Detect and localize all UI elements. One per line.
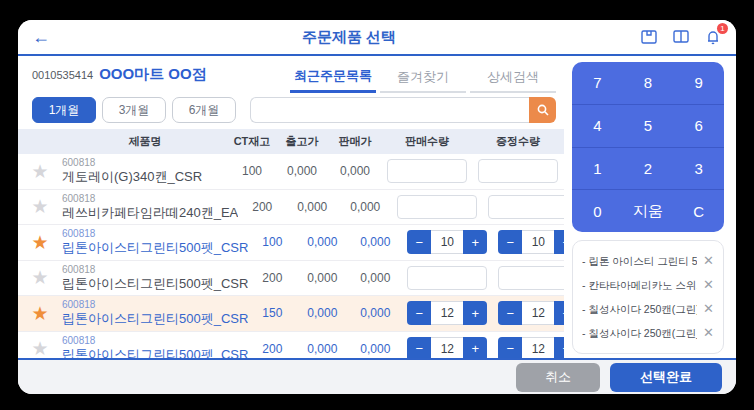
store-name: OOO마트 OO점 bbox=[99, 65, 207, 84]
product-panel: 0010535414 OOO마트 OO점 최근주문목록즐겨찾기상세검색 1개월3… bbox=[18, 56, 564, 358]
gift-qty-value: 12 bbox=[522, 301, 554, 325]
gift-qty-input[interactable] bbox=[478, 159, 558, 183]
product-code: 600818 bbox=[62, 264, 248, 276]
minus-button[interactable]: − bbox=[407, 230, 431, 254]
gift-qty-input[interactable] bbox=[488, 195, 564, 219]
star-outline-icon[interactable]: ★ bbox=[18, 197, 62, 216]
out-price: 0,000 bbox=[296, 306, 348, 320]
package-icon[interactable] bbox=[640, 28, 658, 46]
plus-button[interactable]: + bbox=[554, 337, 564, 358]
product-name: 게토레이(G)340캔_CSR bbox=[62, 169, 228, 185]
star-outline-icon[interactable]: ★ bbox=[18, 339, 62, 358]
keypad-key-8[interactable]: 8 bbox=[623, 62, 674, 104]
page-title: 주문제품 선택 bbox=[72, 28, 626, 47]
keypad-key-7[interactable]: 7 bbox=[572, 62, 623, 104]
keypad-key-6[interactable]: 6 bbox=[673, 105, 724, 147]
keypad-key-C[interactable]: C bbox=[673, 190, 724, 232]
filter-chip-2[interactable]: 6개월 bbox=[172, 97, 236, 123]
col-product-name: 제품명 bbox=[62, 134, 228, 149]
table-row[interactable]: ★ 600818 립톤아이스티그린티500펫_CSR 200 0,000 0,0… bbox=[18, 261, 564, 297]
keypad-key-2[interactable]: 2 bbox=[623, 148, 674, 190]
star-filled-icon[interactable]: ★ bbox=[18, 233, 62, 252]
side-panel: 7894561230지움C - 립톤 아이스티 그린티 500펫_C5R ✕- … bbox=[564, 56, 736, 358]
minus-button[interactable]: − bbox=[407, 301, 431, 325]
minus-button[interactable]: − bbox=[498, 301, 522, 325]
product-name: 립톤아이스티그린티500펫_CSR bbox=[62, 347, 248, 358]
minus-button[interactable]: − bbox=[498, 230, 522, 254]
gift-qty-value: 10 bbox=[522, 230, 554, 254]
star-outline-icon[interactable]: ★ bbox=[18, 268, 62, 287]
tab-0[interactable]: 최근주문목록 bbox=[290, 59, 376, 93]
table-body: ★ 600818 게토레이(G)340캔_CSR 100 0,000 0,000… bbox=[18, 154, 564, 358]
period-filters: 1개월3개월6개월 bbox=[18, 95, 564, 125]
header: ← 주문제품 선택 1 bbox=[18, 20, 736, 56]
minus-button[interactable]: − bbox=[407, 337, 431, 358]
product-code: 600818 bbox=[62, 228, 248, 240]
sale-price: 0,000 bbox=[338, 200, 392, 214]
out-price: 0,000 bbox=[296, 271, 348, 285]
sale-qty-stepper: − 12 + bbox=[407, 301, 487, 325]
tab-1[interactable]: 즐겨찾기 bbox=[380, 60, 466, 93]
confirm-button[interactable]: 선택완료 bbox=[610, 363, 722, 392]
plus-button[interactable]: + bbox=[463, 230, 487, 254]
close-icon[interactable]: ✕ bbox=[703, 253, 714, 269]
filter-chip-0[interactable]: 1개월 bbox=[32, 97, 96, 123]
selected-items-list: - 립톤 아이스티 그린티 500펫_C5R ✕- 칸타타아메리카노 스위트 1… bbox=[572, 240, 724, 354]
cancel-button[interactable]: 취소 bbox=[516, 363, 600, 392]
gift-qty-stepper: − 12 + bbox=[498, 301, 564, 325]
col-sale-price: 판매가 bbox=[328, 134, 382, 149]
sale-qty-input[interactable] bbox=[397, 195, 477, 219]
close-icon[interactable]: ✕ bbox=[703, 277, 714, 293]
search-input[interactable] bbox=[250, 97, 529, 123]
back-button[interactable]: ← bbox=[32, 27, 72, 48]
keypad-key-5[interactable]: 5 bbox=[623, 105, 674, 147]
table-row[interactable]: ★ 600818 립톤아이스티그린티500펫_CSR 150 0,000 0,0… bbox=[18, 296, 564, 332]
keypad-key-4[interactable]: 4 bbox=[572, 105, 623, 147]
keypad-key-1[interactable]: 1 bbox=[572, 148, 623, 190]
sale-qty-stepper: − 10 + bbox=[407, 230, 487, 254]
gift-qty-input[interactable] bbox=[498, 266, 564, 290]
selected-item: - 칠성사이다 250캔(그린)_CSR ✕ bbox=[582, 301, 714, 317]
star-filled-icon[interactable]: ★ bbox=[18, 304, 62, 323]
bell-icon[interactable]: 1 bbox=[704, 28, 722, 46]
minus-button[interactable]: − bbox=[498, 337, 522, 358]
plus-button[interactable]: + bbox=[554, 230, 564, 254]
selected-item: - 칠성사이다 250캔(그린__EA ✕ bbox=[582, 325, 714, 341]
sale-price: 0,000 bbox=[348, 306, 402, 320]
star-outline-icon[interactable]: ★ bbox=[18, 162, 62, 181]
selected-item-label: - 칠성사이다 250캔(그린__EA bbox=[582, 327, 697, 340]
table-row[interactable]: ★ 600818 립톤아이스티그린티500펫_CSR 100 0,000 0,0… bbox=[18, 225, 564, 261]
table-row[interactable]: ★ 600818 레쓰비카페타임라떼240캔_EA 200 0,000 0,00… bbox=[18, 190, 564, 226]
sale-qty-value: 12 bbox=[431, 337, 463, 358]
plus-button[interactable]: + bbox=[463, 337, 487, 358]
notification-badge: 1 bbox=[717, 23, 728, 34]
selected-item-label: - 칠성사이다 250캔(그린)_CSR bbox=[582, 303, 697, 316]
store-id: 0010535414 bbox=[32, 69, 93, 81]
table-row[interactable]: ★ 600818 게토레이(G)340캔_CSR 100 0,000 0,000 bbox=[18, 154, 564, 190]
selected-item-label: - 립톤 아이스티 그린티 500펫_C5R bbox=[582, 255, 697, 268]
search-button[interactable] bbox=[529, 97, 556, 123]
keypad-key-3[interactable]: 3 bbox=[673, 148, 724, 190]
plus-button[interactable]: + bbox=[463, 301, 487, 325]
table-row[interactable]: ★ 600818 립톤아이스티그린티500펫_CSR 200 0,000 0,0… bbox=[18, 332, 564, 359]
plus-button[interactable]: + bbox=[554, 301, 564, 325]
ct-stock: 200 bbox=[238, 200, 286, 214]
product-name: 레쓰비카페타임라떼240캔_EA bbox=[62, 205, 238, 221]
close-icon[interactable]: ✕ bbox=[703, 301, 714, 317]
numeric-keypad: 7894561230지움C bbox=[572, 62, 724, 232]
sale-price: 0,000 bbox=[328, 164, 382, 178]
keypad-key-9[interactable]: 9 bbox=[673, 62, 724, 104]
keypad-key-0[interactable]: 0 bbox=[572, 190, 623, 232]
ct-stock: 100 bbox=[248, 235, 296, 249]
sale-qty-input[interactable] bbox=[387, 159, 467, 183]
sale-qty-input[interactable] bbox=[407, 266, 487, 290]
product-code: 600818 bbox=[62, 299, 248, 311]
keypad-key-지움[interactable]: 지움 bbox=[623, 190, 674, 232]
filter-chip-1[interactable]: 3개월 bbox=[102, 97, 166, 123]
out-price: 0,000 bbox=[296, 342, 348, 356]
search-icon bbox=[536, 103, 550, 117]
close-icon[interactable]: ✕ bbox=[703, 325, 714, 341]
tab-2[interactable]: 상세검색 bbox=[470, 60, 556, 93]
book-icon[interactable] bbox=[672, 28, 690, 46]
gift-qty-value: 12 bbox=[522, 337, 554, 358]
